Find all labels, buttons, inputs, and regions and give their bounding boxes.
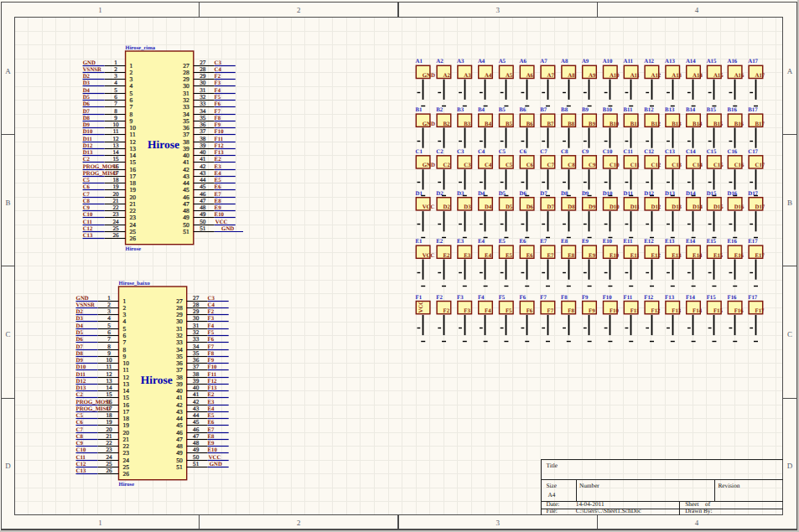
svg-text:24: 24 [113,219,120,225]
svg-text:C16: C16 [728,149,738,155]
svg-text:C4: C4 [215,67,222,73]
svg-text:F5: F5 [215,95,221,101]
svg-text:F13: F13 [672,308,682,314]
svg-text:C3: C3 [457,149,464,155]
svg-text:B2: B2 [444,121,451,127]
svg-text:E9: E9 [589,253,596,259]
svg-text:33: 33 [183,103,189,111]
svg-text:44: 44 [200,177,206,183]
svg-text:A6: A6 [527,73,534,79]
svg-text:26: 26 [123,470,130,478]
svg-text:B15: B15 [707,107,717,113]
svg-text:B17: B17 [748,107,758,113]
svg-text:9: 9 [114,115,117,121]
svg-text:B8: B8 [568,121,575,127]
svg-text:A2: A2 [436,59,444,65]
svg-text:B: B [787,199,792,207]
svg-text:D17: D17 [755,204,765,210]
svg-text:20: 20 [106,426,112,433]
svg-text:D10: D10 [83,129,93,135]
svg-text:C13: C13 [83,233,93,239]
svg-text:D10: D10 [76,364,86,370]
svg-text:C7: C7 [540,149,547,155]
svg-text:A3: A3 [457,59,464,65]
svg-text:B16: B16 [728,107,738,113]
svg-text:45: 45 [176,421,183,429]
svg-text:21: 21 [113,198,120,204]
svg-text:A6: A6 [520,59,527,65]
svg-text:49: 49 [193,447,200,453]
svg-text:C12: C12 [83,226,93,232]
svg-text:B6: B6 [527,121,534,127]
svg-text:12: 12 [113,136,120,142]
svg-text:11: 11 [113,128,119,135]
svg-text:E9: E9 [215,205,222,211]
svg-text:F6: F6 [527,308,533,314]
svg-text:VSNSR: VSNSR [76,302,95,308]
svg-text:B11: B11 [624,107,634,113]
svg-text:27: 27 [200,59,206,66]
svg-text:48: 48 [193,440,200,447]
svg-text:C3: C3 [208,296,215,302]
svg-text:4: 4 [695,519,699,527]
svg-text:D12: D12 [644,191,654,197]
svg-text:C2: C2 [76,392,84,398]
svg-text:C2: C2 [83,157,91,163]
svg-text:30: 30 [193,315,200,322]
svg-text:7: 7 [123,338,127,346]
svg-text:F5: F5 [506,308,512,314]
svg-text:10: 10 [113,121,120,128]
svg-text:D12: D12 [83,143,93,149]
svg-text:A16: A16 [734,73,745,79]
svg-text:D5: D5 [499,191,506,197]
svg-text:E7: E7 [540,239,547,245]
svg-text:E3: E3 [215,164,222,170]
svg-text:D17: D17 [748,191,758,197]
svg-text:D6: D6 [520,191,527,197]
svg-text:49: 49 [183,214,189,221]
svg-text:A11: A11 [624,59,634,65]
svg-text:B2: B2 [436,107,444,113]
svg-text:E4: E4 [208,406,215,412]
svg-text:C12: C12 [644,149,654,155]
svg-text:3: 3 [495,6,500,14]
svg-text:28: 28 [193,302,200,308]
svg-text:46: 46 [200,191,206,198]
svg-text:A17: A17 [748,59,758,65]
svg-text:E16: E16 [734,253,745,259]
svg-text:A13: A13 [672,73,682,79]
svg-text:F7: F7 [208,344,215,350]
svg-text:C6: C6 [520,149,527,155]
svg-text:F4: F4 [478,295,485,301]
svg-text:D13: D13 [83,150,93,156]
svg-text:26: 26 [106,467,112,474]
svg-text:B12: B12 [644,107,654,113]
svg-text:14: 14 [106,385,112,391]
svg-text:E12: E12 [644,239,654,245]
svg-text:34: 34 [200,108,206,115]
svg-text:C5: C5 [499,149,506,155]
svg-text:B3: B3 [457,107,464,113]
svg-text:E13: E13 [672,253,682,259]
svg-text:41: 41 [183,158,189,166]
svg-text:11: 11 [130,131,136,138]
svg-text:39: 39 [200,142,206,149]
svg-text:E13: E13 [665,239,675,245]
svg-text:E5: E5 [506,253,513,259]
svg-text:E12: E12 [651,253,662,259]
svg-text:F15: F15 [707,295,717,301]
svg-text:D2: D2 [83,74,91,80]
svg-text:B14: B14 [686,107,696,113]
svg-text:45: 45 [200,183,206,190]
svg-text:E2: E2 [208,392,215,398]
svg-text:A8: A8 [568,73,575,79]
svg-text:49: 49 [200,211,206,218]
svg-text:B4: B4 [478,107,485,113]
svg-text:24: 24 [106,454,112,461]
svg-text:B12: B12 [651,121,662,127]
svg-text:C4: C4 [208,302,215,308]
svg-text:E2: E2 [444,253,451,259]
svg-text:D4: D4 [485,204,492,210]
svg-text:2: 2 [107,302,111,308]
svg-text:26: 26 [130,235,137,242]
